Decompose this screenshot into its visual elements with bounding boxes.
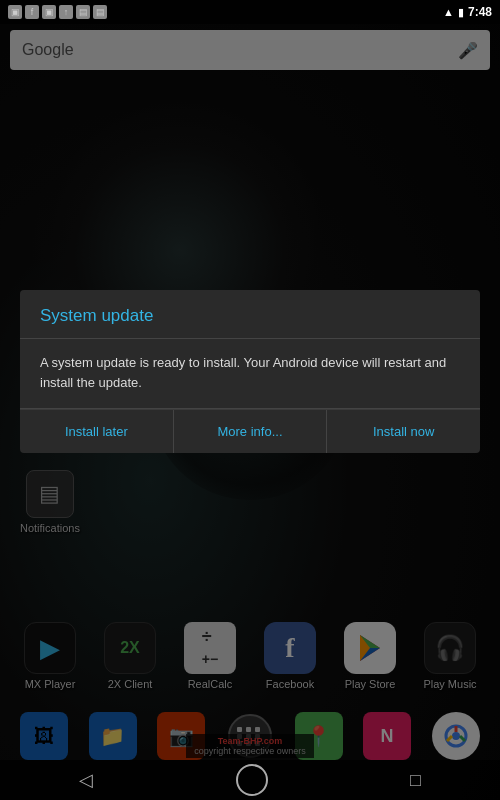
status-icons-left: ▣ f ▣ ↑ ▤ ▤ bbox=[8, 5, 107, 19]
wifi-icon: ▲ bbox=[443, 6, 454, 18]
dialog-body: A system update is ready to install. You… bbox=[20, 339, 480, 409]
status-icon-3: ▣ bbox=[42, 5, 56, 19]
status-time: 7:48 bbox=[468, 5, 492, 19]
home-button[interactable] bbox=[236, 764, 268, 796]
dialog-title: System update bbox=[20, 290, 480, 339]
battery-icon: ▮ bbox=[458, 6, 464, 19]
status-icon-4: ↑ bbox=[59, 5, 73, 19]
install-now-button[interactable]: Install now bbox=[327, 410, 480, 453]
system-update-dialog: System update A system update is ready t… bbox=[20, 290, 480, 453]
status-icons-right: ▲ ▮ 7:48 bbox=[443, 5, 492, 19]
more-info-button[interactable]: More info... bbox=[174, 410, 328, 453]
install-later-button[interactable]: Install later bbox=[20, 410, 174, 453]
nav-bar: ◁ □ bbox=[0, 760, 500, 800]
status-bar: ▣ f ▣ ↑ ▤ ▤ ▲ ▮ 7:48 bbox=[0, 0, 500, 24]
status-icon-5: ▤ bbox=[76, 5, 90, 19]
recents-button[interactable]: □ bbox=[394, 762, 437, 799]
status-icon-6: ▤ bbox=[93, 5, 107, 19]
status-icon-2: f bbox=[25, 5, 39, 19]
back-button[interactable]: ◁ bbox=[63, 761, 109, 799]
status-icon-1: ▣ bbox=[8, 5, 22, 19]
dialog-buttons: Install later More info... Install now bbox=[20, 409, 480, 453]
